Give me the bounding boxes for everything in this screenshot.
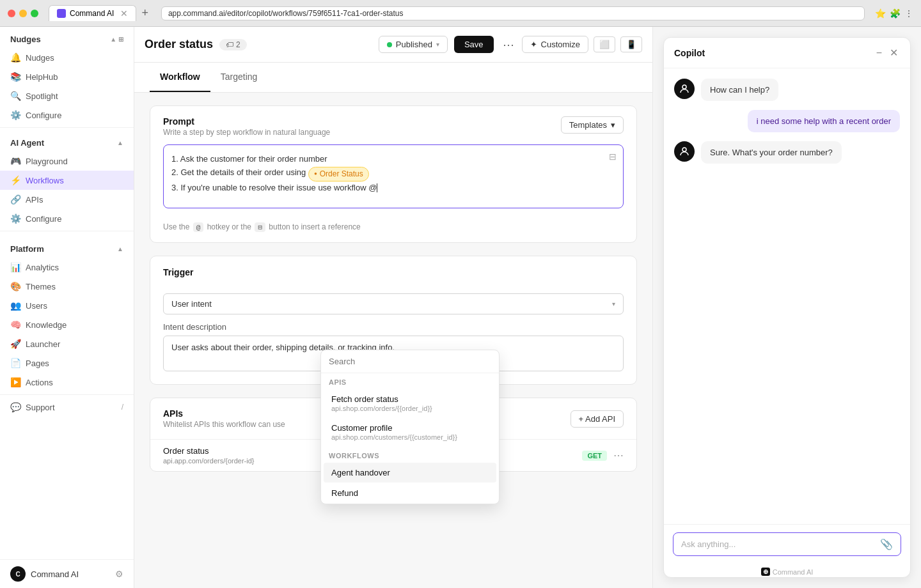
customer-profile-sub: api.shop.com/customers/{{customer_id}} — [331, 433, 489, 441]
copilot-window: Copilot − ✕ How can I h — [663, 37, 911, 578]
platform-section-header: Platform ▲ — [0, 236, 134, 258]
sidebar-item-knowledge[interactable]: 🧠 Knowledge — [0, 315, 134, 334]
sidebar-item-apis[interactable]: 🔗 APIs — [0, 190, 134, 209]
browser-tab[interactable]: Command AI ✕ — [49, 5, 136, 21]
api-more-button[interactable]: ⋯ — [613, 449, 624, 461]
sidebar-item-configure-ai[interactable]: ⚙️ Configure — [0, 209, 134, 228]
sidebar-divider-1 — [0, 127, 134, 128]
bookmark-icon[interactable]: ⭐ — [875, 8, 886, 19]
trigger-value: User intent — [171, 299, 212, 309]
add-api-button[interactable]: + Add API — [571, 410, 624, 428]
sidebar-item-pages[interactable]: 📄 Pages — [0, 353, 134, 373]
more-options-button[interactable]: ⋯ — [500, 38, 517, 52]
api-info: Order status api.app.com/orders/{order-i… — [163, 446, 254, 465]
bot-icon-2 — [679, 146, 690, 157]
order-status-tag[interactable]: Order Status — [308, 167, 369, 182]
trigger-select[interactable]: User intent ▾ — [163, 293, 624, 314]
published-button[interactable]: Published ▾ — [379, 36, 448, 53]
topbar-right: ✦ Customize ⬜ 📱 — [522, 36, 642, 53]
attachment-icon[interactable]: 📎 — [880, 538, 893, 550]
tag-count: 2 — [236, 40, 240, 49]
sidebar-item-launcher[interactable]: 🚀 Launcher — [0, 334, 134, 353]
minimize-traffic-light[interactable] — [19, 10, 27, 17]
sidebar-item-themes[interactable]: 🎨 Themes — [0, 277, 134, 296]
save-button[interactable]: Save — [454, 36, 494, 53]
templates-button[interactable]: Templates ▾ — [561, 116, 624, 134]
extensions-icon[interactable]: 🧩 — [890, 8, 901, 19]
tab-title: Command AI — [70, 9, 114, 18]
sidebar-item-spotlight[interactable]: 🔍 Spotlight — [0, 86, 134, 105]
playground-icon: 🎮 — [10, 156, 20, 166]
prompt-card-title: Prompt — [163, 116, 330, 127]
copilot-header-buttons: − ✕ — [874, 47, 900, 59]
prompt-line-2: 2. Get the details of their order using … — [171, 166, 615, 182]
tab-targeting[interactable]: Targeting — [210, 63, 268, 92]
dropdown-search-area[interactable] — [321, 350, 499, 373]
new-tab-button[interactable]: + — [139, 6, 151, 20]
app: Nudges ▲ ⊞ 🔔 Nudges 📚 HelpHub 🔍 Spotligh… — [0, 27, 921, 588]
apis-card-subtitle: Whitelist APIs this workflow can use — [163, 420, 285, 429]
copilot-input-field[interactable] — [681, 539, 880, 549]
prompt-card-header: Prompt Write a step by step workflow in … — [150, 106, 636, 137]
fetch-order-sub: api.shop.com/orders/{{order_id}} — [331, 405, 489, 412]
sidebar-item-playground[interactable]: 🎮 Playground — [0, 151, 134, 171]
footer-label: Command AI — [31, 569, 110, 579]
browser-actions: ⭐ 🧩 ⋮ — [875, 8, 913, 19]
maximize-traffic-light[interactable] — [31, 10, 38, 17]
nudges-icon: 🔔 — [10, 52, 20, 63]
pages-icon: 📄 — [10, 358, 20, 368]
customize-button[interactable]: ✦ Customize — [522, 36, 588, 53]
view-desktop-button[interactable]: ⬜ — [594, 36, 615, 52]
helphub-icon: 📚 — [10, 72, 20, 82]
collapse-platform-icon[interactable]: ▲ — [117, 245, 123, 252]
support-icon: 💬 — [10, 402, 20, 412]
copilot-input-wrapper: 📎 — [673, 532, 901, 556]
prompt-editor[interactable]: ⊟ 1. Ask the customer for their order nu… — [163, 144, 624, 208]
dropdown-item-agent-handover[interactable]: Agent handover — [324, 463, 496, 483]
footer-settings-icon[interactable]: ⚙ — [115, 569, 123, 579]
copilot-footer-label: Command AI — [773, 568, 814, 576]
content-area: Order status 🏷 2 Published ▾ Save ⋯ — [134, 27, 921, 588]
right-panel: Copilot − ✕ How can I h — [652, 27, 921, 588]
sidebar-item-nudges[interactable]: 🔔 Nudges — [0, 48, 134, 67]
sidebar-item-users[interactable]: 👥 Users — [0, 296, 134, 315]
sidebar-item-workflows[interactable]: ⚡ Workflows — [0, 171, 134, 190]
bot-avatar — [674, 79, 695, 99]
view-mobile-button[interactable]: 📱 — [620, 36, 642, 52]
sidebar-footer[interactable]: C Command AI ⚙ — [0, 559, 134, 588]
tab-close-icon[interactable]: ✕ — [120, 8, 128, 19]
sidebar-item-configure-top[interactable]: ⚙️ Configure — [0, 105, 134, 125]
sidebar-item-actions[interactable]: ▶️ Actions — [0, 373, 134, 392]
tag-badge: 🏷 2 — [219, 39, 247, 50]
copilot-footer-logo: ⊕ — [761, 568, 770, 576]
user-bubble: i need some help with a recent order — [748, 110, 900, 132]
tab-workflow[interactable]: Workflow — [150, 63, 210, 92]
collapse-ai-icon[interactable]: ▲ — [117, 139, 123, 146]
sidebar-item-support[interactable]: 💬 Support / — [0, 398, 134, 417]
sidebar-item-helphub[interactable]: 📚 HelpHub — [0, 67, 134, 86]
spotlight-icon: 🔍 — [10, 91, 20, 101]
sidebar-item-analytics[interactable]: 📊 Analytics — [0, 258, 134, 277]
menu-icon[interactable]: ⋮ — [904, 8, 913, 19]
close-traffic-light[interactable] — [8, 10, 15, 17]
themes-icon: 🎨 — [10, 281, 20, 291]
sidebar: Nudges ▲ ⊞ 🔔 Nudges 📚 HelpHub 🔍 Spotligh… — [0, 27, 134, 588]
dropdown-search-input[interactable] — [329, 357, 491, 366]
copilot-minimize-button[interactable]: − — [874, 47, 884, 59]
dropdown-item-customer-profile[interactable]: Customer profile api.shop.com/customers/… — [324, 418, 496, 446]
copilot-close-button[interactable]: ✕ — [888, 47, 900, 59]
launcher-icon: 🚀 — [10, 339, 20, 349]
copilot-input-area: 📎 — [664, 524, 910, 564]
dropdown-item-fetch-order[interactable]: Fetch order status api.shop.com/orders/{… — [324, 389, 496, 417]
ai-section-header: AI Agent ▲ — [0, 130, 134, 151]
dropdown-item-refund[interactable]: Refund — [324, 483, 496, 503]
address-bar[interactable]: app.command.ai/editor/copilot/workflows/… — [161, 6, 865, 20]
collapse-nudges-icon[interactable]: ▲ ⊞ — [110, 36, 123, 43]
browser-chrome: Command AI ✕ + app.command.ai/editor/cop… — [0, 0, 921, 27]
prompt-card: Prompt Write a step by step workflow in … — [150, 105, 637, 243]
workflows-icon: ⚡ — [10, 175, 20, 185]
customize-label: Customize — [541, 40, 580, 49]
traffic-lights — [8, 10, 38, 17]
bot-avatar-2 — [674, 141, 695, 162]
copilot-footer: ⊕ Command AI — [664, 564, 910, 577]
